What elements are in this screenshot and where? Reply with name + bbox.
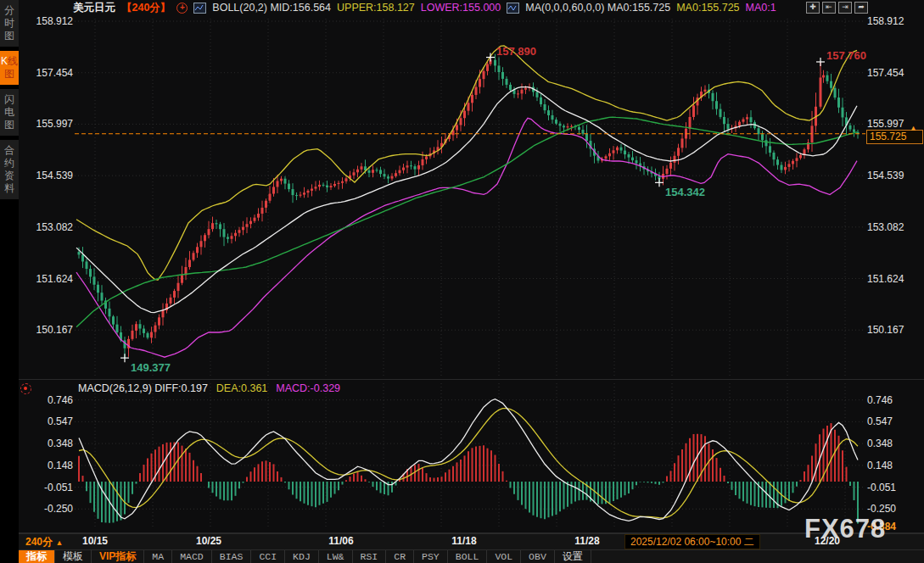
macd-current-value: -0.384 bbox=[867, 521, 896, 532]
price-axis-label-right-3: 154.539 bbox=[867, 170, 921, 181]
pan-crosshair-icon[interactable]: ✚ bbox=[806, 2, 820, 14]
price-extreme-annotation-3: 157.760 bbox=[826, 49, 866, 62]
macd-axis-label-right-0: 0.746 bbox=[867, 394, 921, 406]
toolbar-button-BIAS[interactable]: BIAS bbox=[212, 550, 252, 563]
toolbar-button-MA[interactable]: MA bbox=[144, 550, 172, 563]
price-axis-label-right-4: 153.082 bbox=[867, 221, 921, 233]
macd-axis-label-right-4: -0.051 bbox=[867, 482, 921, 493]
toolbar-button-PSY[interactable]: PSY bbox=[414, 550, 448, 563]
main-candlestick-chart[interactable]: 149.377157.890154.342157.760 bbox=[19, 15, 924, 379]
timeframe-arrow-icon: ▲ bbox=[55, 538, 63, 547]
price-axis-label-left-6: 150.167 bbox=[20, 324, 73, 336]
timeframe-selector[interactable]: 240分 ▲ bbox=[25, 535, 63, 549]
macd-axis-label-right-1: 0.547 bbox=[867, 415, 921, 427]
time-axis-row: 240分 ▲ 2025/12/02 06:00~10:00 二 10/1510/… bbox=[19, 533, 924, 549]
macd-axis-label-left-2: 0.348 bbox=[20, 438, 73, 449]
ma0-magenta-legend: MA0:1 bbox=[746, 2, 776, 14]
price-extreme-annotation-1: 157.890 bbox=[496, 45, 536, 58]
sidebar-item-2[interactable]: 闪电图 bbox=[0, 89, 19, 136]
toolbar-button-LW&[interactable]: LW& bbox=[319, 550, 353, 563]
axis-scale-left-icon[interactable]: ⇤ bbox=[822, 2, 836, 14]
chart-legend-bar: 美元日元 【240分】 + BOLL(20,2) MID:156.564 UPP… bbox=[19, 0, 924, 15]
x-axis-date-0: 10/15 bbox=[82, 535, 108, 547]
macd-axis-label-left-3: 0.148 bbox=[20, 460, 73, 471]
symbol-title: 美元日元 bbox=[73, 1, 115, 15]
price-axis-label-left-2: 155.997 bbox=[20, 118, 73, 130]
macd-params-diff: MACD(26,12,9) DIFF:0.197 bbox=[78, 382, 208, 394]
toolbar-button-MACD[interactable]: MACD bbox=[172, 550, 212, 563]
macd-dea-value: DEA:0.361 bbox=[216, 382, 267, 394]
macd-axis-label-right-5: -0.250 bbox=[867, 503, 921, 515]
macd-header: MACD(26,12,9) DIFF:0.197 DEA:0.361 MACD:… bbox=[78, 382, 340, 394]
price-axis-label-left-4: 153.082 bbox=[20, 221, 73, 233]
price-axis-label-left-5: 151.624 bbox=[20, 273, 73, 285]
toolbar-button-VOL[interactable]: VOL bbox=[487, 550, 521, 563]
add-symbol-icon[interactable]: + bbox=[176, 3, 188, 14]
x-axis-date-1: 10/25 bbox=[196, 535, 221, 547]
price-axis-label-right-5: 151.624 bbox=[867, 273, 921, 285]
panel-divider bbox=[19, 379, 924, 380]
ma0-yellow-legend: MA0:155.725 bbox=[676, 2, 739, 14]
sidebar-item-3[interactable]: 合约资料 bbox=[0, 140, 19, 199]
macd-hist-value: MACD:-0.329 bbox=[276, 382, 340, 394]
axis-scale-right-icon[interactable]: ⇥ bbox=[838, 2, 852, 14]
sidebar-item-1[interactable]: K线图 bbox=[0, 51, 19, 85]
ma-legend: MA(0,0,0,60,0,0) MA0:155.725 bbox=[525, 2, 670, 14]
toolbar-button-CR[interactable]: CR bbox=[386, 550, 414, 563]
window-control-icons: ✚ ⇤ ⇥ ➦ bbox=[806, 2, 868, 14]
toolbar-button-BOLL[interactable]: BOLL bbox=[448, 550, 488, 563]
price-extreme-annotation-2: 154.342 bbox=[665, 186, 705, 198]
boll-lower-legend: LOWER:155.000 bbox=[421, 2, 501, 14]
macd-axis-label-left-4: -0.051 bbox=[20, 482, 73, 493]
macd-target-icon[interactable] bbox=[20, 383, 31, 394]
ma-indicator-icon[interactable] bbox=[507, 3, 519, 14]
toolbar-button-RSI[interactable]: RSI bbox=[353, 550, 387, 563]
price-axis-label-right-0: 158.912 bbox=[867, 15, 921, 27]
sidebar-item-0[interactable]: 分时图 bbox=[0, 0, 19, 47]
toolbar-button-设置[interactable]: 设置 bbox=[555, 550, 591, 563]
macd-panel-chart[interactable] bbox=[19, 382, 924, 532]
boll-indicator-icon[interactable] bbox=[193, 3, 206, 14]
x-axis-date-4: 11/28 bbox=[574, 535, 599, 547]
price-axis-label-left-3: 154.539 bbox=[20, 170, 73, 181]
macd-axis-label-left-1: 0.547 bbox=[20, 415, 73, 427]
x-axis-date-5: 12/20 bbox=[815, 535, 840, 547]
macd-axis-label-right-2: 0.348 bbox=[867, 438, 921, 449]
boll-upper-legend: UPPER:158.127 bbox=[337, 2, 415, 14]
macd-axis-label-right-3: 0.148 bbox=[867, 460, 921, 471]
price-axis-label-right-6: 150.167 bbox=[867, 324, 921, 336]
x-axis-date-3: 11/18 bbox=[451, 535, 476, 547]
toolbar-button-指标[interactable]: 指标 bbox=[19, 550, 55, 563]
price-axis-label-left-0: 158.912 bbox=[20, 15, 73, 27]
toolbar-button-OBV[interactable]: OBV bbox=[521, 550, 555, 563]
price-up-arrow-icon: ▲ bbox=[910, 124, 917, 132]
timeframe-label: 【240分】 bbox=[121, 1, 171, 15]
x-axis-date-2: 11/06 bbox=[328, 535, 353, 547]
boll-legend: BOLL(20,2) MID:156.564 bbox=[212, 2, 331, 14]
macd-axis-label-left-5: -0.250 bbox=[20, 503, 73, 515]
chart-type-sidebar: 分时图K线图闪电图合约资料 bbox=[0, 0, 19, 563]
shift-chart-right-icon[interactable]: ➦ bbox=[854, 2, 868, 14]
indicator-toolbar: 指标模板VIP指标MAMACDBIASCCIKDJLW&RSICRPSYBOLL… bbox=[19, 549, 924, 563]
price-axis-label-left-1: 157.454 bbox=[20, 67, 73, 79]
crosshair-datetime-box: 2025/12/02 06:00~10:00 二 bbox=[624, 534, 760, 549]
toolbar-button-CCI[interactable]: CCI bbox=[251, 550, 285, 563]
trading-app-window: 分时图K线图闪电图合约资料 美元日元 【240分】 + BOLL(20,2) M… bbox=[0, 0, 924, 563]
price-extreme-annotation-0: 149.377 bbox=[131, 361, 171, 374]
toolbar-button-模板[interactable]: 模板 bbox=[55, 550, 92, 563]
toolbar-button-VIP指标[interactable]: VIP指标 bbox=[92, 550, 144, 563]
toolbar-button-KDJ[interactable]: KDJ bbox=[285, 550, 319, 563]
macd-axis-label-left-0: 0.746 bbox=[20, 394, 73, 406]
price-axis-label-right-1: 157.454 bbox=[867, 67, 921, 79]
